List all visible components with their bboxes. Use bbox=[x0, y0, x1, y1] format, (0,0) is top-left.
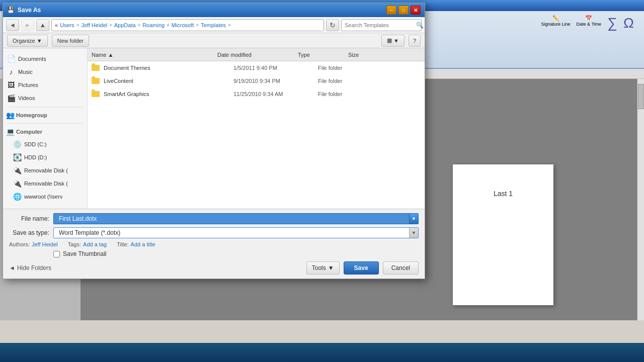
sidebar-hdd-label: HDD (D:) bbox=[24, 154, 47, 160]
filename-dropdown[interactable]: ▼ bbox=[409, 214, 418, 224]
minimize-button[interactable]: ─ bbox=[386, 6, 396, 15]
breadcrumb-icon: « bbox=[55, 22, 58, 28]
datetime-icon: 📅 bbox=[585, 15, 592, 22]
hide-folders-button[interactable]: ◄ Hide Folders bbox=[9, 264, 51, 272]
file-date-cell: 1/5/2011 9:40 PM bbox=[233, 65, 314, 71]
savetype-input[interactable]: Word Template (*.dotx) ▼ bbox=[53, 227, 419, 238]
sidebar-item-hdd[interactable]: 💽 HDD (D:) bbox=[3, 151, 87, 164]
page-content: Last 1 bbox=[494, 190, 513, 198]
help-button[interactable]: ? bbox=[409, 35, 421, 47]
tags-value[interactable]: Add a tag bbox=[83, 241, 107, 247]
refresh-button[interactable]: ↻ bbox=[326, 19, 339, 31]
col-header-type[interactable]: Type bbox=[298, 52, 348, 58]
filename-label: File name: bbox=[9, 215, 49, 222]
sidebar-item-music[interactable]: ♪ Music bbox=[3, 65, 87, 78]
column-headers: Name ▲ Date modified Type Size bbox=[88, 48, 425, 61]
taskbar[interactable] bbox=[0, 343, 644, 362]
breadcrumb-path[interactable]: « Users » Jeff Heidel » AppData » Roamin… bbox=[51, 19, 324, 31]
sidebar-videos-label: Videos bbox=[18, 95, 35, 101]
authors-field: Authors: Jeff Heidel bbox=[9, 241, 58, 247]
authors-value[interactable]: Jeff Heidel bbox=[32, 241, 58, 247]
save-button[interactable]: Save bbox=[344, 261, 379, 275]
documents-icon: 📄 bbox=[7, 55, 15, 63]
authors-label: Authors: bbox=[9, 241, 30, 247]
back-button[interactable]: ◄ bbox=[6, 19, 19, 31]
word-page: Last 1 bbox=[453, 164, 553, 305]
col-header-name[interactable]: Name ▲ bbox=[92, 52, 217, 58]
datetime-label: Date & Time bbox=[577, 22, 602, 27]
sidebar-computer-section[interactable]: 💻 Computer bbox=[3, 126, 87, 138]
sidebar-item-wwwroot[interactable]: 🌐 wwwroot (\\serv bbox=[3, 190, 87, 203]
breadcrumb-bar: ◄ ► ▲ « Users » Jeff Heidel » AppData » … bbox=[3, 17, 425, 33]
sidebar-item-removable2[interactable]: 🔌 Removable Disk ( bbox=[3, 177, 87, 190]
table-row[interactable]: SmartArt Graphics 11/25/2010 9:34 AM Fil… bbox=[88, 87, 425, 101]
search-input[interactable] bbox=[345, 22, 414, 28]
hdd-icon: 💽 bbox=[13, 153, 21, 161]
col-header-date[interactable]: Date modified bbox=[217, 52, 298, 58]
table-row[interactable]: LiveContent 9/19/2010 9:34 PM File folde… bbox=[88, 74, 425, 87]
sidebar-documents-label: Documents bbox=[18, 56, 46, 62]
titlebar-left: 💾 Save As bbox=[7, 7, 41, 14]
sidebar-homegroup-section[interactable]: 👥 Homegroup bbox=[3, 109, 87, 121]
symbol-icon: Ω bbox=[623, 15, 634, 31]
signature-label: Signature Line bbox=[541, 22, 571, 27]
sidebar-item-documents[interactable]: 📄 Documents bbox=[3, 52, 87, 65]
sidebar-item-sdd[interactable]: 💿 SDD (C:) bbox=[3, 138, 87, 151]
sidebar-music-label: Music bbox=[18, 69, 33, 75]
hide-folders-icon: ◄ bbox=[9, 264, 15, 272]
tools-button[interactable]: Tools ▼ bbox=[306, 261, 340, 275]
thumbnail-checkbox[interactable] bbox=[53, 251, 60, 257]
breadcrumb-microsoft[interactable]: Microsoft bbox=[172, 22, 194, 28]
breadcrumb-templates[interactable]: Templates bbox=[201, 22, 226, 28]
col-header-size[interactable]: Size bbox=[348, 52, 388, 58]
scroll-thumb[interactable] bbox=[638, 84, 644, 109]
close-button[interactable]: ✕ bbox=[411, 6, 421, 15]
file-list: Document Themes 1/5/2011 9:40 PM File fo… bbox=[88, 61, 425, 209]
view-button[interactable]: ▦ ▼ bbox=[381, 35, 405, 47]
breadcrumb-jeff[interactable]: Jeff Heidel bbox=[81, 22, 107, 28]
sidebar-item-videos[interactable]: 🎬 Videos bbox=[3, 92, 87, 105]
sort-indicator: ▲ bbox=[108, 52, 113, 58]
breadcrumb-roaming[interactable]: Roaming bbox=[142, 22, 165, 28]
file-name-cell: SmartArt Graphics bbox=[104, 91, 229, 97]
thumbnail-row: Save Thumbnail bbox=[9, 250, 419, 257]
new-folder-button[interactable]: New folder bbox=[52, 35, 90, 47]
up-button[interactable]: ▲ bbox=[36, 19, 49, 31]
file-folder-icon bbox=[92, 64, 100, 72]
dialog-titlebar: 💾 Save As ─ □ ✕ bbox=[3, 3, 425, 17]
sidebar-item-pictures[interactable]: 🖼 Pictures bbox=[3, 78, 87, 92]
sidebar-item-removable1[interactable]: 🔌 Removable Disk ( bbox=[3, 164, 87, 177]
folder-icon-shape bbox=[92, 65, 100, 71]
titlebar-buttons: ─ □ ✕ bbox=[386, 6, 421, 15]
filename-input[interactable]: First Last.dotx ▼ bbox=[53, 213, 419, 224]
dialog-title-icon: 💾 bbox=[7, 7, 15, 14]
pictures-icon: 🖼 bbox=[7, 81, 15, 89]
organize-button[interactable]: Organize ▼ bbox=[7, 35, 48, 47]
breadcrumb-users[interactable]: Users bbox=[60, 22, 74, 28]
table-row[interactable]: Document Themes 1/5/2011 9:40 PM File fo… bbox=[88, 61, 425, 74]
organize-label: Organize bbox=[13, 38, 35, 44]
title-field: Title: Add a title bbox=[117, 241, 155, 247]
help-icon: ? bbox=[413, 38, 416, 44]
title-value[interactable]: Add a title bbox=[131, 241, 155, 247]
breadcrumb-appdata[interactable]: AppData bbox=[114, 22, 136, 28]
thumbnail-label[interactable]: Save Thumbnail bbox=[63, 250, 107, 257]
sidebar-sdd-label: SDD (C:) bbox=[24, 141, 47, 147]
maximize-button[interactable]: □ bbox=[398, 6, 409, 15]
removable2-icon: 🔌 bbox=[13, 179, 21, 188]
vertical-scrollbar[interactable] bbox=[637, 79, 644, 320]
music-icon: ♪ bbox=[7, 68, 15, 76]
filename-value: First Last.dotx bbox=[57, 215, 409, 222]
file-name-cell: LiveContent bbox=[104, 78, 229, 84]
sidebar-divider-2 bbox=[7, 123, 83, 124]
sidebar-computer-label: Computer bbox=[16, 129, 42, 135]
sidebar-wwwroot-label: wwwroot (\\serv bbox=[24, 194, 62, 200]
savetype-dropdown[interactable]: ▼ bbox=[409, 228, 418, 238]
file-type-cell: File folder bbox=[318, 65, 368, 71]
cancel-button[interactable]: Cancel bbox=[383, 261, 419, 275]
forward-button[interactable]: ► bbox=[21, 19, 34, 31]
sidebar-divider-1 bbox=[7, 107, 83, 107]
hide-folders-label: Hide Folders bbox=[17, 264, 51, 272]
savetype-row: Save as type: Word Template (*.dotx) ▼ bbox=[9, 227, 419, 238]
ribbon-right: ✏️ Signature Line 📅 Date & Time ∑ Ω bbox=[541, 15, 634, 31]
